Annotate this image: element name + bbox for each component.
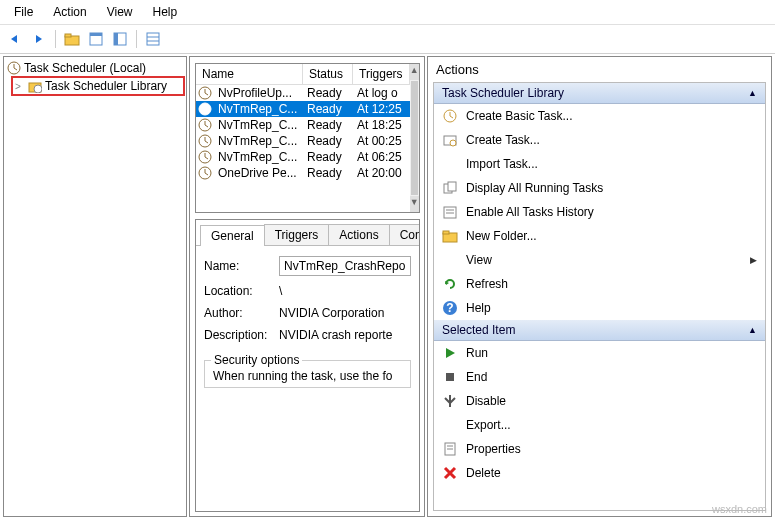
scroll-up-icon[interactable]: ▲ (410, 64, 419, 80)
tab-bar: General Triggers Actions Con ◄ ► (196, 220, 419, 246)
tree-root[interactable]: Task Scheduler (Local) (5, 60, 185, 76)
table-row[interactable]: NvTmRep_C...ReadyAt 18:25 (196, 117, 410, 133)
table-row[interactable]: NvTmRep_C...ReadyAt 00:25 (196, 133, 410, 149)
table-row[interactable]: NvTmRep_C...ReadyAt 06:25 (196, 149, 410, 165)
description-label: Description: (204, 328, 279, 342)
tree-pane: Task Scheduler (Local) > Task Scheduler … (3, 56, 187, 517)
svg-point-11 (34, 85, 42, 93)
action-import-task[interactable]: Import Task... (434, 152, 765, 176)
action-create-task[interactable]: Create Task... (434, 128, 765, 152)
col-status[interactable]: Status (303, 64, 353, 84)
action-display-all-running-tasks[interactable]: Display All Running Tasks (434, 176, 765, 200)
center-pane: Name Status Triggers NvProfileUp...Ready… (189, 56, 425, 517)
detail-pane: General Triggers Actions Con ◄ ► Name: N… (195, 219, 420, 512)
action-properties[interactable]: Properties (434, 437, 765, 461)
watermark: wsxdn.com (712, 503, 767, 515)
nav-back-button[interactable] (4, 28, 26, 50)
delete-icon (442, 465, 458, 481)
actions-pane: Actions Task Scheduler Library ▲ Create … (427, 56, 772, 517)
toolbar (0, 25, 775, 54)
action-disable[interactable]: Disable (434, 389, 765, 413)
running-icon (442, 180, 458, 196)
security-legend: Security options (211, 353, 302, 367)
create-basic-icon (442, 108, 458, 124)
refresh-icon (442, 276, 458, 292)
action-help[interactable]: ?Help (434, 296, 765, 320)
action-run[interactable]: Run (434, 341, 765, 365)
action-refresh[interactable]: Refresh (434, 272, 765, 296)
actions-title: Actions (428, 57, 771, 82)
action-view[interactable]: View▶ (434, 248, 765, 272)
task-list: Name Status Triggers NvProfileUp...Ready… (195, 63, 420, 213)
action-end[interactable]: End (434, 365, 765, 389)
nav-forward-button[interactable] (28, 28, 50, 50)
location-value: \ (279, 284, 411, 298)
security-text: When running the task, use the fo (213, 369, 404, 383)
folder-clock-icon (28, 79, 42, 93)
action-delete[interactable]: Delete (434, 461, 765, 485)
view2-button[interactable] (109, 28, 131, 50)
collapse-icon: ▲ (748, 325, 757, 335)
view1-button[interactable] (85, 28, 107, 50)
props-icon (442, 441, 458, 457)
description-value: NVIDIA crash reporte (279, 328, 411, 342)
actions-lib-header[interactable]: Task Scheduler Library ▲ (434, 83, 765, 104)
tab-body: Name: NvTmRep_CrashRepo Location: \ Auth… (196, 246, 419, 511)
run-icon (442, 345, 458, 361)
import-icon (442, 156, 458, 172)
menu-file[interactable]: File (4, 2, 43, 22)
table-row[interactable]: OneDrive Pe...ReadyAt 20:00 (196, 165, 410, 181)
author-value: NVIDIA Corporation (279, 306, 411, 320)
disable-icon (442, 393, 458, 409)
svg-rect-3 (90, 33, 102, 36)
action-new-folder[interactable]: New Folder... (434, 224, 765, 248)
tree-library[interactable]: > Task Scheduler Library (11, 76, 185, 96)
tab-conditions[interactable]: Con (389, 224, 420, 245)
none-icon (442, 417, 458, 433)
end-icon (442, 369, 458, 385)
clock-icon (7, 61, 21, 75)
tab-triggers[interactable]: Triggers (264, 224, 330, 245)
menu-action[interactable]: Action (43, 2, 96, 22)
security-group: Security options When running the task, … (204, 360, 411, 388)
svg-rect-1 (65, 34, 71, 37)
folder-button[interactable] (61, 28, 83, 50)
list-scrollbar[interactable]: ▲ ▼ (410, 64, 419, 212)
name-label: Name: (204, 259, 279, 273)
col-triggers[interactable]: Triggers (353, 64, 410, 84)
table-row[interactable]: NvTmRep_C...ReadyAt 12:25 (196, 101, 410, 117)
svg-text:?: ? (446, 301, 453, 315)
svg-rect-22 (448, 182, 456, 191)
svg-rect-27 (443, 231, 449, 234)
author-label: Author: (204, 306, 279, 320)
history-icon (442, 204, 458, 220)
view3-button[interactable] (142, 28, 164, 50)
collapse-icon: ▲ (748, 88, 757, 98)
actions-sel-header[interactable]: Selected Item ▲ (434, 320, 765, 341)
action-export[interactable]: Export... (434, 413, 765, 437)
list-header: Name Status Triggers (196, 64, 410, 85)
svg-rect-30 (446, 373, 454, 381)
folder-icon (442, 228, 458, 244)
tab-actions[interactable]: Actions (328, 224, 389, 245)
svg-rect-5 (114, 33, 118, 45)
scroll-thumb[interactable] (411, 81, 418, 195)
none-icon (442, 252, 458, 268)
location-label: Location: (204, 284, 279, 298)
menubar: File Action View Help (0, 0, 775, 25)
tab-general[interactable]: General (200, 225, 265, 246)
svg-rect-6 (147, 33, 159, 45)
action-enable-all-tasks-history[interactable]: Enable All Tasks History (434, 200, 765, 224)
menu-help[interactable]: Help (143, 2, 188, 22)
svg-point-20 (450, 140, 456, 146)
create-task-icon (442, 132, 458, 148)
table-row[interactable]: NvProfileUp...ReadyAt log o (196, 85, 410, 101)
name-field[interactable]: NvTmRep_CrashRepo (279, 256, 411, 276)
scroll-down-icon[interactable]: ▼ (410, 196, 419, 212)
col-name[interactable]: Name (196, 64, 303, 84)
menu-view[interactable]: View (97, 2, 143, 22)
action-create-basic-task[interactable]: Create Basic Task... (434, 104, 765, 128)
help-icon: ? (442, 300, 458, 316)
expander-icon[interactable]: > (15, 81, 25, 92)
submenu-arrow-icon: ▶ (750, 255, 757, 265)
